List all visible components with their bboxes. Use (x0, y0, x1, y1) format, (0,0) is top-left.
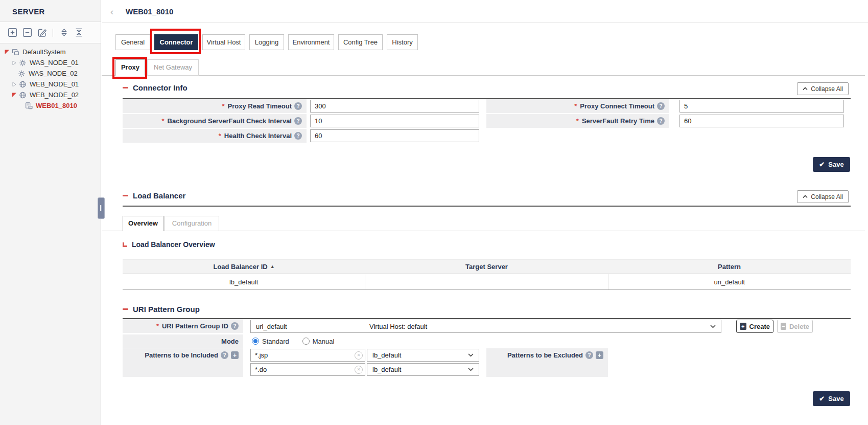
minus-icon: − (781, 323, 786, 330)
tree-item-label: WEB01_8010 (36, 102, 77, 109)
mode-manual-radio[interactable] (302, 338, 310, 345)
page-title: WEB01_8010 (126, 7, 173, 16)
clear-icon[interactable]: ✕ (355, 351, 363, 360)
tree-item-was-node-01[interactable]: WAS_NODE_01 (0, 57, 101, 68)
chevron-down-icon (710, 325, 716, 328)
load-balancer-collapse-all-button[interactable]: Collapse All (797, 190, 849, 203)
clear-icon[interactable]: ✕ (355, 366, 363, 374)
serverfault-retry-time-input[interactable] (679, 115, 844, 127)
sidebar-toolbar (0, 22, 101, 43)
edit-pencil-icon (37, 28, 47, 37)
tab-history[interactable]: History (387, 34, 418, 50)
chevron-up-icon (803, 195, 808, 198)
cell-load-balancer-id: lb_default (123, 274, 365, 289)
expand-all-icon (59, 28, 69, 37)
help-icon[interactable]: ? (657, 102, 665, 110)
tab-configuration[interactable]: Configuration (165, 216, 219, 231)
tree-item-web01-8010[interactable]: WEB01_8010 (0, 100, 101, 111)
included-pattern-1-input[interactable] (250, 349, 365, 362)
tree-item-label: WEB_NODE_01 (30, 80, 79, 88)
remove-node-button[interactable] (22, 28, 32, 38)
health-check-interval-input[interactable] (310, 129, 479, 142)
column-header-load-balancer-id[interactable]: Load Balancer ID ▲ (123, 259, 365, 274)
globe-icon (18, 91, 27, 99)
included-pattern-2-input[interactable] (250, 363, 365, 376)
expand-all-button[interactable] (59, 28, 69, 38)
add-node-button[interactable] (7, 28, 17, 38)
collapsed-triangle-icon[interactable] (11, 60, 17, 65)
toolbar-divider (53, 29, 53, 37)
load-balancer-tabs: Overview Configuration (123, 216, 219, 231)
mode-standard-radio[interactable] (252, 338, 259, 345)
help-icon[interactable]: ? (231, 322, 239, 330)
add-pattern-icon[interactable]: + (596, 351, 603, 359)
proxy-connect-timeout-label: * Proxy Connect Timeout ? (486, 99, 669, 113)
delete-button[interactable]: − Delete (777, 320, 813, 333)
uri-pattern-group-id-label: * URI Pattern Group ID ? (123, 319, 243, 333)
sort-asc-icon: ▲ (270, 264, 275, 269)
chevron-down-icon (468, 353, 474, 357)
tab-config-tree[interactable]: Config Tree (338, 34, 383, 50)
proxy-connect-timeout-input[interactable] (679, 100, 844, 113)
plus-square-icon (8, 28, 17, 37)
tab-proxy[interactable]: Proxy (115, 59, 145, 76)
background-serverfault-check-interval-input[interactable] (310, 115, 479, 127)
tab-virtual-host[interactable]: Virtual Host (202, 34, 245, 50)
included-pattern-1-lb-select[interactable]: lb_default (367, 349, 479, 362)
collapsed-triangle-icon[interactable] (11, 82, 17, 87)
help-icon[interactable]: ? (585, 351, 593, 359)
tab-environment[interactable]: Environment (288, 34, 334, 50)
help-icon[interactable]: ? (294, 132, 302, 140)
tree-item-web-node-01[interactable]: WEB_NODE_01 (0, 79, 101, 90)
connector-info-heading: Connector Info (123, 83, 187, 92)
collapse-all-tree-button[interactable] (74, 28, 84, 38)
help-icon[interactable]: ? (294, 117, 302, 125)
tab-logging[interactable]: Logging (249, 34, 284, 50)
expanded-triangle-icon[interactable] (4, 50, 10, 55)
tree-item-was-node-02[interactable]: WAS_NODE_02 (0, 68, 101, 79)
included-pattern-2-wrap: ✕ (250, 363, 365, 376)
edit-node-button[interactable] (37, 28, 47, 38)
mode-standard-label[interactable]: Standard (262, 338, 289, 345)
tree-item-label: WEB_NODE_02 (30, 91, 79, 99)
tab-net-gateway[interactable]: Net Gateway (147, 59, 199, 76)
load-balancer-overview-heading: Load Balancer Overview (123, 240, 215, 249)
help-icon[interactable]: ? (221, 351, 228, 359)
column-header-pattern[interactable]: Pattern (608, 259, 851, 274)
table-header-row: Load Balancer ID ▲ Target Server Pattern (123, 259, 851, 274)
tab-general[interactable]: General (115, 34, 150, 50)
mode-manual-label[interactable]: Manual (313, 338, 335, 345)
create-button[interactable]: + Create (736, 320, 773, 333)
main-content: ‹ WEB01_8010 General Connector Virtual H… (102, 0, 868, 425)
table-row[interactable]: lb_default uri_default (123, 274, 851, 290)
proxy-read-timeout-input[interactable] (310, 100, 479, 113)
tab-overview[interactable]: Overview (123, 216, 163, 231)
connector-info-save-button[interactable]: ✔ Save (813, 157, 850, 172)
check-icon: ✔ (819, 161, 825, 168)
tree-item-web-node-02[interactable]: WEB_NODE_02 (0, 90, 101, 100)
expanded-triangle-icon[interactable] (11, 93, 17, 98)
included-pattern-2-lb-select[interactable]: lb_default (367, 363, 479, 376)
uri-pattern-group-heading: URI Pattern Group (123, 305, 200, 314)
connector-sub-tabs: Proxy Net Gateway (115, 59, 199, 76)
add-pattern-icon[interactable]: + (231, 351, 239, 359)
tree-item-label: WAS_NODE_02 (29, 70, 78, 77)
help-icon[interactable]: ? (294, 102, 302, 110)
tree-item-defaultsystem[interactable]: DefaultSystem (0, 47, 101, 57)
mode-label: Mode (123, 334, 243, 348)
uri-pattern-group-id-select[interactable]: uri_default Virtual Host: default (250, 320, 721, 333)
connector-info-collapse-all-button[interactable]: Collapse All (797, 82, 849, 95)
tab-connector[interactable]: Connector (154, 34, 198, 50)
uri-pattern-group-save-button[interactable]: ✔ Save (813, 391, 850, 406)
column-header-target-server[interactable]: Target Server (365, 259, 608, 274)
collapse-all-icon (74, 28, 84, 37)
section-dash-icon (123, 87, 128, 88)
help-icon[interactable]: ? (657, 117, 665, 125)
panel-splitter-handle[interactable] (98, 197, 105, 219)
load-balancer-heading: Load Balancer (123, 191, 185, 200)
proxy-read-timeout-label: * Proxy Read Timeout ? (123, 99, 307, 113)
load-balancer-overview-table: Load Balancer ID ▲ Target Server Pattern… (123, 259, 851, 290)
chevron-left-icon[interactable]: ‹ (110, 7, 118, 16)
cell-target-server (365, 274, 607, 289)
patterns-excluded-label: Patterns to be Excluded ? + (486, 348, 608, 377)
